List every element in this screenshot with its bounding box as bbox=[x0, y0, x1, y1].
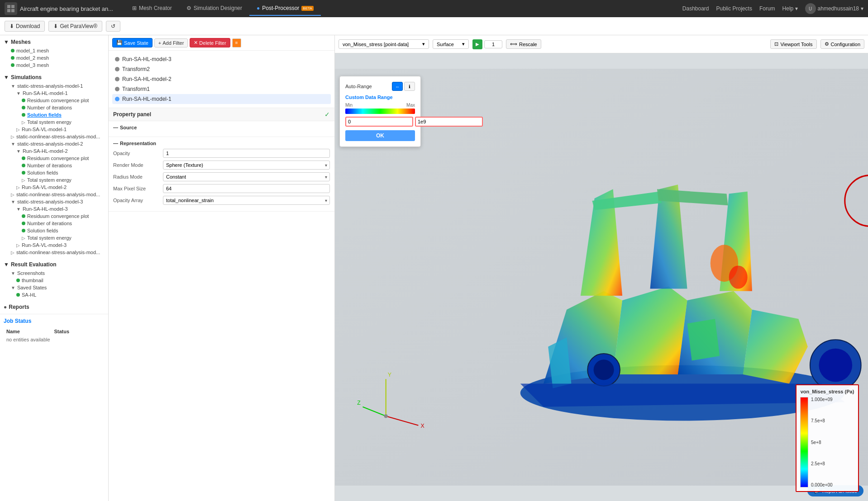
render-mode-label: Render Mode bbox=[113, 162, 163, 168]
field-selector-dropdown[interactable]: von_Mises_stress [point-data] ▾ bbox=[339, 39, 429, 49]
canvas-area[interactable]: Auto-Range -- ℹ Custom Data Range Min Ma… bbox=[335, 53, 868, 501]
expand-icon: ▷ bbox=[11, 192, 14, 197]
configuration-button[interactable]: ⚙ Configuration bbox=[820, 39, 864, 49]
paraview-icon: ⬇ bbox=[53, 23, 58, 29]
svg-text:Z: Z bbox=[357, 400, 361, 406]
radius-mode-select[interactable]: Constant Variable bbox=[163, 172, 330, 181]
green-dot-icon bbox=[22, 214, 25, 218]
simulations-header[interactable]: ▼ Simulations bbox=[0, 72, 108, 82]
simulations-section: ▼ Simulations ▼ static-stress-analysis-m… bbox=[0, 71, 108, 258]
sidebar-item-total-energy-1[interactable]: ▷ Total system energy bbox=[0, 118, 108, 126]
save-state-button[interactable]: 💾 Save State bbox=[112, 38, 153, 47]
sidebar-item-ssa-model3[interactable]: ▼ static-stress-analysis-model-3 bbox=[0, 198, 108, 205]
prop-accept-button[interactable]: ✓ bbox=[324, 111, 330, 118]
property-panel: Property panel ✓ — Source — Representati… bbox=[109, 108, 334, 501]
prop-representation-title[interactable]: — Representation bbox=[113, 141, 330, 146]
sidebar-item-iterations-1[interactable]: Number of iterations bbox=[0, 104, 108, 111]
refresh-button[interactable]: ↺ bbox=[106, 21, 120, 32]
radius-mode-select-wrap: Constant Variable bbox=[163, 172, 330, 181]
sidebar-item-solution-fields-3[interactable]: Solution fields bbox=[0, 227, 108, 234]
sidebar-item-residuum-1[interactable]: Residuum convergence plot bbox=[0, 97, 108, 104]
max-range-input[interactable] bbox=[415, 117, 483, 127]
play-button[interactable]: ▶ bbox=[472, 39, 482, 49]
sidebar-item-total-energy-2[interactable]: ▷ Total system energy bbox=[0, 176, 108, 184]
sidebar-item-run-sa-vl-3[interactable]: ▷ Run-SA-VL-model-3 bbox=[0, 241, 108, 249]
chevron-down-icon: ▾ bbox=[462, 41, 465, 47]
pipeline-item-run-sa-hl-3[interactable]: Run-SA-HL-model-3 bbox=[112, 54, 331, 64]
sidebar-item-model1-mesh[interactable]: model_1 mesh bbox=[0, 47, 108, 54]
ar-btn-info[interactable]: ℹ bbox=[404, 82, 415, 91]
ar-btn-dashes[interactable]: -- bbox=[392, 82, 403, 91]
pipeline-item-run-sa-hl-1[interactable]: Run-SA-HL-model-1 bbox=[112, 94, 331, 104]
add-filter-button[interactable]: + Add Filter bbox=[154, 38, 188, 47]
sidebar-item-iterations-3[interactable]: Number of iterations bbox=[0, 220, 108, 227]
nav-tabs: ⊞ Mesh Creator ⚙ Simulation Designer ● P… bbox=[125, 1, 321, 16]
sidebar-item-run-sa-vl-1[interactable]: ▷ Run-SA-VL-model-1 bbox=[0, 126, 108, 133]
sidebar-item-model3-mesh[interactable]: model_3 mesh bbox=[0, 61, 108, 69]
nav-dashboard[interactable]: Dashboard bbox=[682, 5, 709, 12]
ok-button[interactable]: OK bbox=[345, 130, 415, 141]
sidebar-item-residuum-3[interactable]: Residuum convergence plot bbox=[0, 213, 108, 220]
sidebar-item-residuum-2[interactable]: Residuum convergence plot bbox=[0, 155, 108, 162]
max-pixel-input[interactable] bbox=[163, 184, 330, 193]
pipeline-dot-icon bbox=[115, 57, 119, 61]
svg-rect-2 bbox=[7, 9, 10, 12]
sidebar-item-snl-2[interactable]: ▷ static-nonlinear-stress-analysis-mod..… bbox=[0, 191, 108, 198]
sidebar-item-run-sa-hl-2[interactable]: ▼ Run-SA-HL-model-2 bbox=[0, 147, 108, 155]
prop-source-title[interactable]: — Source bbox=[113, 125, 330, 130]
pipeline-item-run-sa-hl-2[interactable]: Run-SA-HL-model-2 bbox=[112, 74, 331, 84]
sidebar-item-thumbnail[interactable]: thumbnail bbox=[0, 277, 108, 284]
tab-simulation-designer[interactable]: ⚙ Simulation Designer bbox=[179, 1, 249, 16]
sidebar-item-ssa-model1[interactable]: ▼ static-stress-analysis-model-1 bbox=[0, 82, 108, 90]
sidebar-item-sa-hl[interactable]: SA-HL bbox=[0, 291, 108, 298]
tab-post-processor[interactable]: ● Post-Processor BETA bbox=[249, 1, 321, 16]
user-menu[interactable]: U ahmedhussain18 ▾ bbox=[805, 3, 863, 14]
sidebar-item-snl-3[interactable]: ▷ static-nonlinear-stress-analysis-mod..… bbox=[0, 249, 108, 256]
download-button[interactable]: ⬇ Download bbox=[5, 21, 45, 32]
sidebar-item-run-sa-vl-2[interactable]: ▷ Run-SA-VL-model-2 bbox=[0, 184, 108, 191]
nav-help[interactable]: Help ▾ bbox=[782, 5, 798, 12]
expand-icon: ▼ bbox=[11, 84, 15, 89]
min-range-input[interactable] bbox=[345, 117, 413, 127]
opacity-input[interactable] bbox=[163, 149, 330, 158]
result-expand-icon: ▼ bbox=[4, 261, 9, 268]
sidebar-item-snl-1[interactable]: ▷ static-nonlinear-stress-analysis-mod..… bbox=[0, 133, 108, 140]
prop-radius-mode-row: Radius Mode Constant Variable bbox=[113, 172, 330, 181]
x-icon: ✕ bbox=[194, 40, 198, 46]
reports-header[interactable]: ● Reports bbox=[0, 302, 108, 312]
render-mode-select[interactable]: Sphere (Texture) Points Sphere (Fragment… bbox=[163, 161, 330, 170]
sidebar-item-run-sa-hl-1[interactable]: ▼ Run-SA-HL-model-1 bbox=[0, 90, 108, 97]
filter-options-button[interactable]: ≡ bbox=[232, 38, 241, 47]
sidebar-item-iterations-2[interactable]: Number of iterations bbox=[0, 162, 108, 169]
rescale-button[interactable]: ⟺ Rescale bbox=[506, 39, 541, 49]
expand-icon: ▷ bbox=[22, 178, 25, 183]
get-paraview-button[interactable]: ⬇ Get ParaView® bbox=[48, 21, 102, 32]
nav-right: Dashboard Public Projects Forum Help ▾ U… bbox=[682, 3, 863, 14]
sidebar-item-solution-fields-2[interactable]: Solution fields bbox=[0, 169, 108, 176]
sidebar-item-model2-mesh[interactable]: model_2 mesh bbox=[0, 54, 108, 61]
sidebar-item-ssa-model2[interactable]: ▼ static-stress-analysis-model-2 bbox=[0, 140, 108, 147]
frame-number-input[interactable] bbox=[484, 40, 502, 48]
viewport-tools-button[interactable]: ⊡ Viewport Tools bbox=[770, 39, 816, 49]
max-label: Max bbox=[406, 103, 415, 108]
tab-mesh-creator[interactable]: ⊞ Mesh Creator bbox=[125, 1, 179, 16]
pipeline-item-transform1[interactable]: Transform1 bbox=[112, 84, 331, 94]
meshes-header[interactable]: ▼ Meshes bbox=[0, 37, 108, 47]
pipeline-item-transform2[interactable]: Transform2 bbox=[112, 64, 331, 74]
result-evaluation-header[interactable]: ▼ Result Evaluation bbox=[0, 260, 108, 269]
surface-type-dropdown[interactable]: Surface ▾ bbox=[433, 39, 469, 49]
sidebar-item-solution-fields-1[interactable]: Solution fields bbox=[0, 111, 108, 118]
collapse-icon: — bbox=[113, 141, 118, 146]
reports-expand-icon: ● bbox=[4, 304, 7, 310]
nav-public-projects[interactable]: Public Projects bbox=[716, 5, 752, 12]
opacity-array-select[interactable]: total_nonlinear_strain bbox=[163, 196, 330, 205]
sidebar-item-saved-states[interactable]: ▼ Saved States bbox=[0, 284, 108, 291]
filter-icon: ≡ bbox=[235, 40, 238, 45]
nav-forum[interactable]: Forum bbox=[759, 5, 775, 12]
delete-filter-button[interactable]: ✕ Delete Filter bbox=[190, 38, 230, 47]
pipeline-dot-icon bbox=[115, 67, 119, 71]
sidebar-item-screenshots[interactable]: ▼ Screenshots bbox=[0, 269, 108, 277]
prop-representation-section: — Representation Opacity Render Mode Sph… bbox=[109, 137, 334, 212]
sidebar-item-run-sa-hl-3[interactable]: ▼ Run-SA-HL-model-3 bbox=[0, 205, 108, 213]
sidebar-item-total-energy-3[interactable]: ▷ Total system energy bbox=[0, 234, 108, 241]
